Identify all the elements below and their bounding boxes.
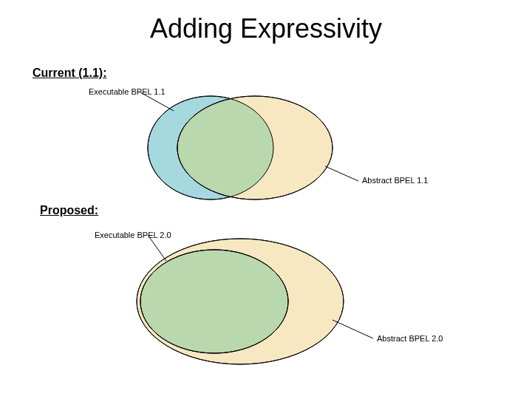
venn-proposed — [126, 235, 362, 368]
section-heading-proposed: Proposed: — [40, 204, 98, 217]
connector-abstract-11 — [325, 166, 358, 181]
connector-executable-11 — [140, 92, 174, 111]
ellipse-overlap-20 — [140, 250, 288, 353]
label-abstract-11: Abstract BPEL 1.1 — [362, 176, 428, 185]
page-title: Adding Expressivity — [0, 13, 532, 44]
venn-current — [133, 89, 347, 207]
connector-abstract-20 — [332, 320, 373, 338]
connector-executable-20 — [148, 235, 166, 261]
section-heading-current: Current (1.1): — [33, 66, 106, 80]
label-abstract-20: Abstract BPEL 2.0 — [377, 334, 443, 343]
